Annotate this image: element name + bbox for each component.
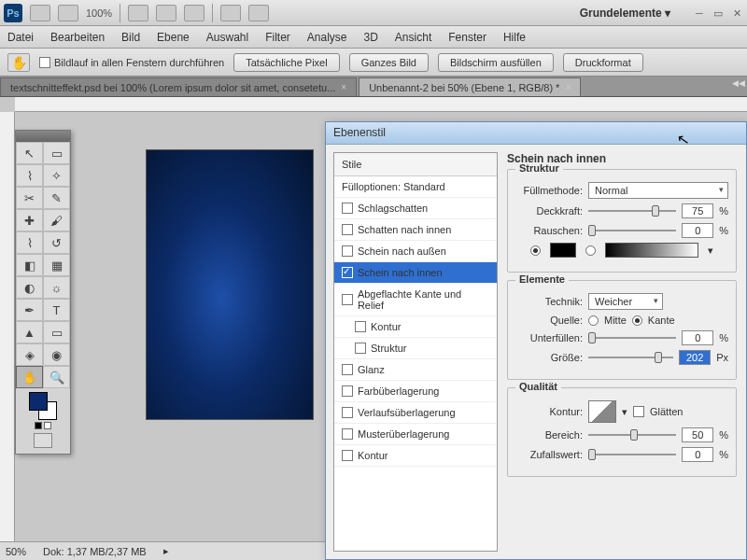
menu-ansicht[interactable]: Ansicht xyxy=(395,31,431,44)
tab-doc1[interactable]: textschnitteffekt.psd bei 100% (Lorem ip… xyxy=(0,77,357,96)
glow-gradient[interactable] xyxy=(605,243,698,258)
tab-overflow-icon[interactable]: ◀◀ xyxy=(732,78,745,88)
stamp-tool[interactable]: ⌇ xyxy=(16,231,43,254)
menu-fenster[interactable]: Fenster xyxy=(448,31,486,44)
eyedropper-tool[interactable]: ✎ xyxy=(43,187,70,209)
hand-tool[interactable]: ✋ xyxy=(16,366,43,388)
marquee-tool[interactable]: ▭ xyxy=(43,142,70,164)
source-edge-radio[interactable] xyxy=(632,315,642,326)
close-icon[interactable]: ✕ xyxy=(730,7,743,20)
zoom-tool-icon[interactable] xyxy=(156,5,176,21)
status-doc-size[interactable]: Dok: 1,37 MB/2,37 MB xyxy=(43,546,147,557)
antialias-checkbox[interactable] xyxy=(633,406,644,417)
opacity-slider[interactable] xyxy=(588,204,676,217)
print-size-button[interactable]: Druckformat xyxy=(563,53,643,72)
blur-tool[interactable]: ◐ xyxy=(16,276,43,299)
style-bevel[interactable]: Abgeflachte Kante und Relief xyxy=(334,284,497,316)
actual-pixels-button[interactable]: Tatsächliche Pixel xyxy=(233,53,339,72)
gradient-dropdown-icon[interactable]: ▾ xyxy=(708,245,713,257)
crop-tool[interactable]: ✂ xyxy=(16,187,43,209)
3d-tool[interactable]: ◈ xyxy=(16,343,43,366)
style-drop-shadow[interactable]: Schlagschatten xyxy=(334,198,497,219)
shape-tool[interactable]: ▭ xyxy=(43,321,70,343)
glow-color[interactable] xyxy=(550,243,576,258)
choke-slider[interactable] xyxy=(588,331,676,344)
wand-tool[interactable]: ✧ xyxy=(43,164,70,187)
active-tool-icon[interactable]: ✋ xyxy=(7,53,30,72)
size-input[interactable]: 202 xyxy=(679,350,711,365)
gradient-radio[interactable] xyxy=(585,245,596,256)
technique-select[interactable]: Weicher xyxy=(588,293,663,310)
style-pattern-overlay[interactable]: Musterüberlagerung xyxy=(334,424,497,445)
rotate-view-icon[interactable] xyxy=(184,5,204,21)
color-swatches[interactable] xyxy=(29,392,57,420)
scroll-all-checkbox[interactable]: Bildlauf in allen Fenstern durchführen xyxy=(39,57,224,68)
menu-bearbeiten[interactable]: Bearbeiten xyxy=(50,31,105,44)
blend-options[interactable]: Fülloptionen: Standard xyxy=(334,176,497,198)
styles-header[interactable]: Stile xyxy=(334,153,497,176)
menu-datei[interactable]: Datei xyxy=(7,31,34,44)
gradient-tool[interactable]: ▦ xyxy=(43,254,70,276)
fg-color[interactable] xyxy=(29,392,48,411)
type-tool[interactable]: T xyxy=(43,299,70,321)
pen-tool[interactable]: ✒ xyxy=(16,299,43,321)
noise-slider[interactable] xyxy=(588,224,676,237)
size-slider[interactable] xyxy=(588,351,673,364)
tab-doc2[interactable]: Unbenannt-2 bei 50% (Ebene 1, RGB/8) *× xyxy=(359,77,581,96)
heal-tool[interactable]: ✚ xyxy=(16,209,43,231)
menu-auswahl[interactable]: Auswahl xyxy=(206,31,248,44)
quickmask-button[interactable] xyxy=(34,433,52,448)
menu-3d[interactable]: 3D xyxy=(364,31,378,44)
screen-mode-icon[interactable] xyxy=(248,5,269,21)
opacity-input[interactable]: 75 xyxy=(682,203,713,218)
3d-camera-tool[interactable]: ◉ xyxy=(43,343,70,366)
maximize-icon[interactable]: ▭ xyxy=(712,7,725,20)
fit-screen-button[interactable]: Ganzes Bild xyxy=(349,53,429,72)
contour-picker[interactable] xyxy=(588,400,616,423)
style-stroke[interactable]: Kontur xyxy=(334,445,497,467)
status-arrow-icon[interactable]: ▸ xyxy=(163,545,169,557)
style-color-overlay[interactable]: Farbüberlagerung xyxy=(334,381,497,402)
history-brush-tool[interactable]: ↺ xyxy=(43,231,70,254)
document-canvas[interactable] xyxy=(146,149,314,420)
fill-screen-button[interactable]: Bildschirm ausfüllen xyxy=(438,53,554,72)
view-extras-icon[interactable] xyxy=(58,5,78,21)
close-icon[interactable]: × xyxy=(565,82,571,92)
path-select-tool[interactable]: ▲ xyxy=(16,321,43,343)
zoom-level[interactable]: 100% xyxy=(86,7,112,19)
minimize-icon[interactable]: ─ xyxy=(693,7,706,20)
toolbox-header[interactable] xyxy=(16,131,70,142)
noise-input[interactable]: 0 xyxy=(682,223,713,238)
choke-input[interactable]: 0 xyxy=(682,330,713,345)
hand-tool-icon[interactable] xyxy=(128,5,148,21)
workspace-selector[interactable]: Grundelemente ▾ xyxy=(572,3,678,23)
menu-ebene[interactable]: Ebene xyxy=(157,31,190,44)
zoom-tool[interactable]: 🔍 xyxy=(43,366,70,388)
style-inner-glow[interactable]: Schein nach innen xyxy=(334,262,497,284)
contour-dropdown-icon[interactable]: ▾ xyxy=(622,406,627,418)
menu-bild[interactable]: Bild xyxy=(121,31,140,44)
brush-tool[interactable]: 🖌 xyxy=(43,209,70,231)
bridge-icon[interactable] xyxy=(30,5,50,21)
status-zoom[interactable]: 50% xyxy=(6,546,26,557)
dodge-tool[interactable]: ☼ xyxy=(43,276,70,299)
style-gradient-overlay[interactable]: Verlaufsüberlagerung xyxy=(334,402,497,424)
style-bevel-texture[interactable]: Struktur xyxy=(334,338,497,359)
blendmode-select[interactable]: Normal xyxy=(588,182,728,199)
eraser-tool[interactable]: ◧ xyxy=(16,254,43,276)
menu-analyse[interactable]: Analyse xyxy=(307,31,347,44)
move-tool[interactable]: ↖ xyxy=(16,142,43,164)
style-inner-shadow[interactable]: Schatten nach innen xyxy=(334,219,497,241)
menu-hilfe[interactable]: Hilfe xyxy=(503,31,526,44)
lasso-tool[interactable]: ⌇ xyxy=(16,164,43,187)
color-radio[interactable] xyxy=(530,245,541,256)
jitter-input[interactable]: 0 xyxy=(682,447,713,462)
style-outer-glow[interactable]: Schein nach außen xyxy=(334,241,497,262)
style-bevel-contour[interactable]: Kontur xyxy=(334,316,497,338)
dialog-title[interactable]: Ebenenstil xyxy=(326,122,746,145)
source-center-radio[interactable] xyxy=(588,315,599,326)
jitter-slider[interactable] xyxy=(588,448,676,461)
style-satin[interactable]: Glanz xyxy=(334,359,497,381)
range-slider[interactable] xyxy=(588,428,676,441)
close-icon[interactable]: × xyxy=(341,82,346,92)
